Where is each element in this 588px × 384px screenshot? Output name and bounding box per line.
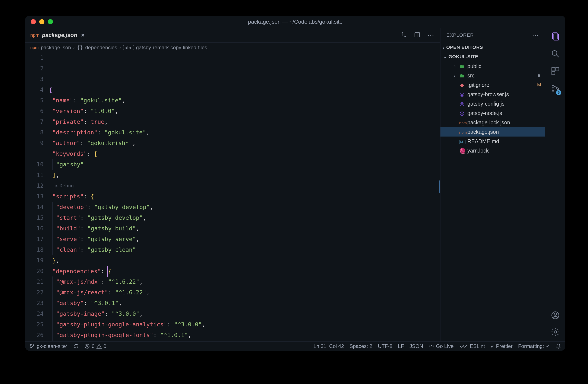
tree-item-label: yarn.lock [467,148,489,154]
open-editors-section[interactable]: › OPEN EDITORS [441,43,545,52]
breadcrumb-leaf[interactable]: gatsby-remark-copy-linked-files [136,45,207,51]
explorer-view-icon[interactable] [551,32,560,42]
code-line[interactable]: "gatsby-plugin-google-analytics": "^3.0.… [49,319,440,330]
yarn-icon: 🧶 [459,148,465,154]
modified-dot-icon [538,74,540,77]
window-maximize-button[interactable] [48,19,53,24]
code-line[interactable]: "serve": "gatsby serve", [49,234,440,245]
tree-file-gatsby-browser.js[interactable]: ◎gatsby-browser.js [441,90,545,99]
tree-file-package.json[interactable]: npmpackage.json [441,127,545,136]
codelens-debug[interactable]: ▷Debug [49,180,440,191]
tree-folder-src[interactable]: ›🖿src [441,71,545,80]
compare-changes-icon[interactable] [400,32,407,39]
editor[interactable]: 1234567891011121314151617181920212223242… [25,53,440,341]
problems-status[interactable]: 0 0 [84,343,106,349]
explorer-header: EXPLORER ··· [441,28,545,43]
explorer-title: EXPLORER [446,32,474,38]
tree-file-README.md[interactable]: M↓README.md [441,136,545,146]
chevron-right-icon: › [73,45,75,51]
close-icon[interactable]: × [81,32,84,38]
tree-file-yarn.lock[interactable]: 🧶yarn.lock [441,146,545,155]
code-line[interactable]: "gatsby": "^3.0.1", [49,298,440,308]
code-line[interactable]: "dependencies": { [49,266,440,276]
code-line[interactable]: "scripts": { [49,191,440,202]
language-mode-status[interactable]: JSON [410,343,423,349]
go-live-status[interactable]: Go Live [429,343,454,349]
chevron-right-icon: › [453,73,457,78]
tree-item-label: gatsby-browser.js [467,91,509,97]
vscode-window: package.json — ~/Codelabs/gokul.site npm… [25,16,565,351]
accounts-icon[interactable] [551,311,560,321]
open-editors-label: OPEN EDITORS [446,45,483,50]
code-line[interactable]: { [49,84,440,95]
code-line[interactable]: "start": "gatsby develop", [49,212,440,223]
eslint-status[interactable]: ESLint [459,343,485,349]
tree-file-gatsby-node.js[interactable]: ◎gatsby-node.js [441,108,545,118]
code-line[interactable]: "version": "1.0.0", [49,106,440,116]
tree-folder-public[interactable]: ›🖿public [441,61,545,71]
cursor-position-status[interactable]: Ln 31, Col 42 [314,343,344,349]
settings-gear-icon[interactable] [551,327,560,338]
search-view-icon[interactable] [551,49,560,59]
folder-root-section[interactable]: ⌄ GOKUL.SITE [441,52,545,61]
folder-icon: 🖿 [459,73,465,79]
code-line[interactable]: "gatsby" [49,159,440,170]
npm-icon: npm [459,119,465,126]
svg-point-10 [552,90,554,92]
code-content[interactable]: { "name": "gokul.site", "version": "1.0.… [49,53,440,341]
object-icon: {} [77,45,83,51]
minimap-indicator [440,180,440,193]
svg-point-13 [554,313,556,315]
more-actions-icon[interactable]: ··· [532,32,539,39]
gatsby-icon: ◎ [459,101,465,107]
notifications-icon[interactable] [556,344,561,349]
code-line[interactable]: "@mdx-js/react": "^1.6.22", [49,287,440,298]
git-branch-status[interactable]: gk-clean-site* [29,343,68,349]
code-line[interactable]: "private": true, [49,116,440,127]
tree-file-gatsby-config.js[interactable]: ◎gatsby-config.js [441,99,545,108]
sync-status[interactable] [73,344,79,349]
code-line[interactable]: ], [49,170,440,180]
svg-point-16 [30,347,31,348]
code-line[interactable]: "gatsby-image": "^3.0.0", [49,308,440,319]
breadcrumb[interactable]: npm package.json › {} dependencies › abc… [25,43,440,53]
tab-package-json[interactable]: npm package.json × [25,28,90,42]
source-control-view-icon[interactable]: 6 [551,84,560,94]
svg-point-11 [557,88,559,90]
formatting-status[interactable]: Formatting: ✓ [518,343,550,349]
code-line[interactable]: "gatsby-plugin-google-fonts": "^1.0.1", [49,330,440,341]
npm-icon: npm [459,129,465,135]
svg-point-9 [552,85,554,87]
code-line[interactable]: "description": "gokul.site", [49,127,440,138]
eol-status[interactable]: LF [398,343,404,349]
breadcrumb-file[interactable]: package.json [41,45,71,51]
code-line[interactable]: }, [49,255,440,266]
md-icon: M↓ [459,138,465,144]
tab-label: package.json [42,32,77,38]
code-line[interactable]: "build": "gatsby build", [49,223,440,234]
gatsby-icon: ◎ [459,110,465,116]
extensions-view-icon[interactable] [551,67,560,77]
code-line[interactable]: "develop": "gatsby develop", [49,202,440,212]
code-line[interactable]: "clean": "gatsby clean" [49,245,440,255]
code-line[interactable]: "keywords": [ [49,149,440,159]
git-status-badge: M [537,82,541,88]
indentation-status[interactable]: Spaces: 2 [350,343,372,349]
encoding-status[interactable]: UTF-8 [378,343,392,349]
titlebar[interactable]: package.json — ~/Codelabs/gokul.site [25,16,565,28]
code-line[interactable]: "@mdx-js/mdx": "^1.6.22", [49,276,440,287]
prettier-status[interactable]: Prettier [490,343,512,349]
window-minimize-button[interactable] [39,19,44,24]
code-line[interactable]: "gatsby-plugin-manifest": "^3.0.0", [49,341,440,341]
code-line[interactable]: "name": "gokul.site", [49,95,440,106]
chevron-right-icon: › [119,45,121,51]
window-close-button[interactable] [31,19,36,24]
tree-file-package-lock.json[interactable]: npmpackage-lock.json [441,118,545,127]
code-line[interactable]: "author": "gokulkrishh", [49,138,440,149]
split-editor-icon[interactable] [414,32,420,39]
more-actions-icon[interactable]: ··· [428,32,434,39]
tab-bar: npm package.json × ··· [25,28,440,43]
tree-file-.gitignore[interactable]: ◆.gitignoreM [441,80,545,90]
breadcrumb-section[interactable]: dependencies [85,45,117,51]
svg-point-22 [99,347,99,347]
